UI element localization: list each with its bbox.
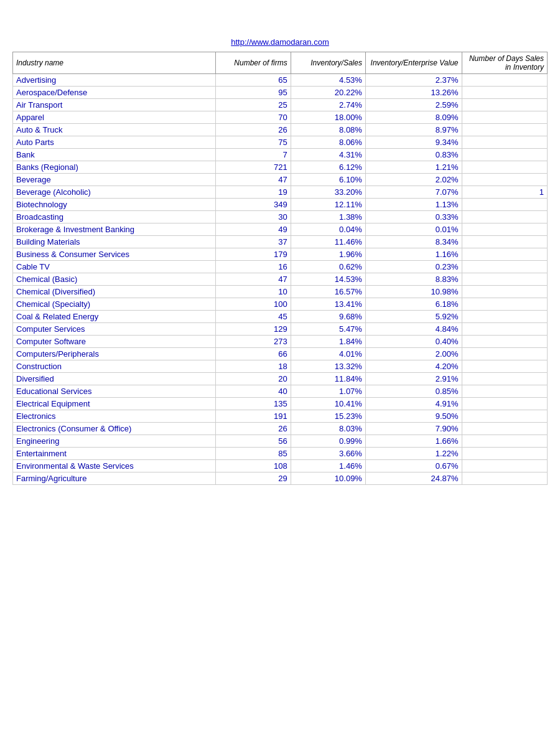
cell-inv-ev: 0.40% bbox=[365, 336, 462, 348]
col-header-industry: Industry name bbox=[13, 52, 216, 74]
cell-days-sales bbox=[462, 360, 547, 373]
cell-days-sales bbox=[462, 136, 547, 149]
cell-industry: Beverage (Alcoholic) bbox=[13, 186, 216, 199]
cell-inv-sales: 0.99% bbox=[291, 435, 365, 448]
table-row: Entertainment853.66%1.22% bbox=[13, 448, 548, 460]
cell-inv-sales: 13.32% bbox=[291, 360, 365, 373]
cell-firms: 10 bbox=[216, 286, 291, 298]
cell-firms: 273 bbox=[216, 336, 291, 348]
cell-inv-ev: 7.90% bbox=[365, 423, 462, 435]
table-row: Cable TV160.62%0.23% bbox=[13, 261, 548, 273]
cell-firms: 47 bbox=[216, 273, 291, 286]
cell-inv-sales: 13.41% bbox=[291, 298, 365, 311]
cell-industry: Chemical (Diversified) bbox=[13, 286, 216, 298]
table-row: Building Materials3711.46%8.34% bbox=[13, 236, 548, 248]
cell-industry: Beverage bbox=[13, 174, 216, 186]
cell-inv-sales: 12.11% bbox=[291, 199, 365, 211]
cell-firms: 20 bbox=[216, 373, 291, 385]
cell-industry: Farming/Agriculture bbox=[13, 472, 216, 485]
cell-industry: Computer Services bbox=[13, 323, 216, 336]
cell-days-sales bbox=[462, 161, 547, 174]
cell-industry: Construction bbox=[13, 360, 216, 373]
cell-industry: Auto & Truck bbox=[13, 124, 216, 136]
cell-industry: Electronics (Consumer & Office) bbox=[13, 423, 216, 435]
cell-inv-sales: 15.23% bbox=[291, 410, 365, 423]
cell-inv-ev: 0.85% bbox=[365, 385, 462, 398]
cell-inv-sales: 14.53% bbox=[291, 273, 365, 286]
cell-firms: 100 bbox=[216, 298, 291, 311]
cell-inv-ev: 4.91% bbox=[365, 398, 462, 410]
cell-inv-sales: 4.53% bbox=[291, 74, 365, 87]
cell-inv-ev: 1.21% bbox=[365, 161, 462, 174]
table-header: Industry name Number of firms Inventory/… bbox=[13, 52, 548, 74]
cell-industry: Chemical (Specialty) bbox=[13, 298, 216, 311]
cell-days-sales bbox=[462, 223, 547, 236]
cell-industry: Broadcasting bbox=[13, 211, 216, 223]
cell-days-sales bbox=[462, 199, 547, 211]
cell-inv-sales: 0.62% bbox=[291, 261, 365, 273]
cell-industry: Aerospace/Defense bbox=[13, 87, 216, 99]
cell-industry: Cable TV bbox=[13, 261, 216, 273]
cell-days-sales bbox=[462, 273, 547, 286]
table-row: Educational Services401.07%0.85% bbox=[13, 385, 548, 398]
cell-industry: Computer Software bbox=[13, 336, 216, 348]
cell-industry: Computers/Peripherals bbox=[13, 348, 216, 360]
cell-firms: 37 bbox=[216, 236, 291, 248]
damodaran-link[interactable]: http://www.damodaran.com bbox=[231, 37, 329, 47]
cell-days-sales bbox=[462, 298, 547, 311]
table-row: Coal & Related Energy459.68%5.92% bbox=[13, 311, 548, 323]
table-row: Air Transport252.74%2.59% bbox=[13, 99, 548, 111]
cell-firms: 29 bbox=[216, 472, 291, 485]
industry-table: Industry name Number of firms Inventory/… bbox=[12, 52, 548, 485]
cell-inv-sales: 1.46% bbox=[291, 460, 365, 472]
cell-days-sales bbox=[462, 398, 547, 410]
cell-firms: 66 bbox=[216, 348, 291, 360]
cell-inv-ev: 0.83% bbox=[365, 149, 462, 161]
table-row: Chemical (Basic)4714.53%8.83% bbox=[13, 273, 548, 286]
table-row: Biotechnology34912.11%1.13% bbox=[13, 199, 548, 211]
col-header-invev: Inventory/Enterprise Value bbox=[365, 52, 462, 74]
cell-days-sales bbox=[462, 74, 547, 87]
cell-inv-sales: 6.10% bbox=[291, 174, 365, 186]
cell-inv-ev: 0.33% bbox=[365, 211, 462, 223]
cell-firms: 45 bbox=[216, 311, 291, 323]
table-row: Diversified2011.84%2.91% bbox=[13, 373, 548, 385]
cell-inv-sales: 5.47% bbox=[291, 323, 365, 336]
cell-days-sales bbox=[462, 111, 547, 124]
cell-days-sales: 1 bbox=[462, 186, 547, 199]
cell-firms: 191 bbox=[216, 410, 291, 423]
cell-firms: 70 bbox=[216, 111, 291, 124]
cell-firms: 135 bbox=[216, 398, 291, 410]
cell-inv-ev: 0.67% bbox=[365, 460, 462, 472]
cell-inv-ev: 0.23% bbox=[365, 261, 462, 273]
cell-inv-sales: 10.41% bbox=[291, 398, 365, 410]
cell-inv-ev: 9.50% bbox=[365, 410, 462, 423]
cell-firms: 7 bbox=[216, 149, 291, 161]
table-row: Chemical (Diversified)1016.57%10.98% bbox=[13, 286, 548, 298]
cell-inv-sales: 33.20% bbox=[291, 186, 365, 199]
cell-inv-ev: 2.59% bbox=[365, 99, 462, 111]
cell-firms: 129 bbox=[216, 323, 291, 336]
cell-days-sales bbox=[462, 311, 547, 323]
cell-industry: Electronics bbox=[13, 410, 216, 423]
cell-days-sales bbox=[462, 323, 547, 336]
table-row: Aerospace/Defense9520.22%13.26% bbox=[13, 87, 548, 99]
table-row: Farming/Agriculture2910.09%24.87% bbox=[13, 472, 548, 485]
cell-industry: Electrical Equipment bbox=[13, 398, 216, 410]
cell-inv-ev: 8.83% bbox=[365, 273, 462, 286]
col-header-invsales: Inventory/Sales bbox=[291, 52, 365, 74]
cell-industry: Auto Parts bbox=[13, 136, 216, 149]
cell-industry: Biotechnology bbox=[13, 199, 216, 211]
cell-inv-ev: 4.84% bbox=[365, 323, 462, 336]
cell-days-sales bbox=[462, 124, 547, 136]
cell-industry: Building Materials bbox=[13, 236, 216, 248]
cell-inv-ev: 2.02% bbox=[365, 174, 462, 186]
cell-inv-sales: 1.84% bbox=[291, 336, 365, 348]
table-row: Apparel7018.00%8.09% bbox=[13, 111, 548, 124]
cell-days-sales bbox=[462, 448, 547, 460]
cell-inv-sales: 1.07% bbox=[291, 385, 365, 398]
table-row: Computer Services1295.47%4.84% bbox=[13, 323, 548, 336]
cell-inv-ev: 1.16% bbox=[365, 248, 462, 261]
cell-industry: Educational Services bbox=[13, 385, 216, 398]
cell-inv-sales: 8.08% bbox=[291, 124, 365, 136]
